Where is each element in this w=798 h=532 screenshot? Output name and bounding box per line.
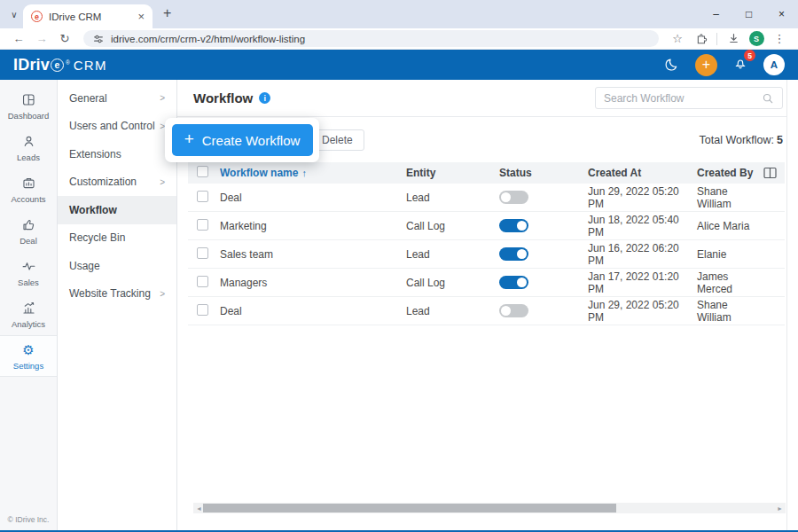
row-checkbox[interactable] <box>197 304 208 316</box>
browser-window: ∨ e IDrive CRM × + – □ × ← → ↻ idrive.co… <box>0 0 798 532</box>
status-cell <box>499 191 588 204</box>
url-text: idrive.com/crm/crm-v2/html/workflow-list… <box>111 34 305 44</box>
status-toggle[interactable] <box>499 304 528 317</box>
scroll-left-arrow-icon[interactable]: ◄ <box>196 505 202 512</box>
sidebar: DashboardLeadsAccountsDealSalesAnalytics… <box>0 80 58 532</box>
table-row: Sales teamLeadJun 16, 2022 06:20 PMElani… <box>188 240 785 269</box>
dark-mode-moon-icon[interactable] <box>664 57 680 73</box>
deal-icon <box>21 217 36 232</box>
column-header-created-at[interactable]: Created At <box>588 167 697 179</box>
minimize-button[interactable]: – <box>700 0 732 28</box>
column-header-entity[interactable]: Entity <box>406 167 499 179</box>
tab-search-chevron-icon[interactable]: ∨ <box>7 7 21 21</box>
sidebar-item-settings[interactable]: ⚙Settings <box>0 335 57 377</box>
column-header-status[interactable]: Status <box>499 167 588 179</box>
row-checkbox[interactable] <box>197 219 208 231</box>
accounts-icon <box>21 176 36 191</box>
created-at-cell: Jun 18, 2022 05:40 PM <box>588 214 697 239</box>
submenu-item-website-tracking[interactable]: Website Tracking> <box>58 280 176 309</box>
tab-strip: ∨ e IDrive CRM × + – □ × <box>0 0 798 28</box>
submenu-item-workflow[interactable]: Workflow <box>58 196 176 224</box>
page-title: Workflow i <box>193 90 270 106</box>
sidebar-item-accounts[interactable]: Accounts <box>0 168 57 210</box>
sidebar-item-sales[interactable]: Sales <box>0 252 57 293</box>
status-toggle[interactable] <box>499 191 528 204</box>
row-checkbox-cell <box>188 276 220 290</box>
create-workflow-popover: + Create Workflow <box>165 118 319 162</box>
browser-menu-kebab-icon[interactable]: ⋮ <box>770 32 789 45</box>
window-controls: – □ × <box>700 0 798 28</box>
column-picker-icon[interactable] <box>755 167 785 179</box>
submenu-item-label: Users and Control <box>69 120 155 132</box>
reload-icon[interactable]: ↻ <box>55 32 74 45</box>
logo-crm-text: CRM <box>74 58 107 73</box>
address-bar[interactable]: idrive.com/crm/crm-v2/html/workflow-list… <box>83 30 659 47</box>
submenu-item-label: Usage <box>69 260 100 272</box>
submenu-item-usage[interactable]: Usage <box>58 252 176 280</box>
dashboard-icon <box>21 92 36 107</box>
search-icon[interactable] <box>762 92 774 105</box>
site-settings-icon[interactable] <box>92 33 105 45</box>
idrive-favicon-icon: e <box>31 11 43 22</box>
browser-profile-avatar[interactable]: S <box>747 31 766 46</box>
row-checkbox[interactable] <box>197 247 208 259</box>
select-all-checkbox[interactable] <box>197 166 208 177</box>
row-checkbox-cell <box>188 304 220 318</box>
idrive-crm-logo[interactable]: IDriv e ® CRM <box>13 56 107 74</box>
entity-cell: Call Log <box>406 277 499 289</box>
submenu-item-label: Website Tracking <box>69 287 151 300</box>
sidebar-item-analytics[interactable]: Analytics <box>0 293 57 335</box>
workflow-search-box <box>595 87 783 109</box>
row-checkbox-cell <box>188 247 220 262</box>
status-toggle[interactable] <box>499 247 528 261</box>
horizontal-scrollbar[interactable]: ◄ ► <box>193 503 786 513</box>
row-checkbox[interactable] <box>197 276 208 287</box>
submenu-item-label: Recycle Bin <box>69 231 125 244</box>
maximize-button[interactable]: □ <box>732 0 765 28</box>
back-icon[interactable]: ← <box>9 32 28 45</box>
tab-close-icon[interactable]: × <box>137 10 145 23</box>
submenu-item-recycle-bin[interactable]: Recycle Bin <box>58 224 176 253</box>
status-cell <box>499 276 588 289</box>
create-workflow-label: Create Workflow <box>202 133 301 148</box>
workflow-search-input[interactable] <box>604 92 756 105</box>
quick-add-button[interactable]: + <box>695 54 717 76</box>
scroll-right-arrow-icon[interactable]: ► <box>777 505 783 512</box>
new-tab-button[interactable]: + <box>163 5 171 21</box>
submenu-item-general[interactable]: General> <box>58 84 176 113</box>
sidebar-item-label: Dashboard <box>8 111 49 121</box>
settings-submenu: General>Users and Control>ExtensionsCust… <box>58 80 177 532</box>
browser-tab[interactable]: e IDrive CRM × <box>23 4 153 28</box>
create-workflow-button[interactable]: + Create Workflow <box>172 124 313 156</box>
entity-cell: Lead <box>406 248 499 261</box>
status-toggle[interactable] <box>499 219 528 232</box>
downloads-icon[interactable] <box>724 32 743 45</box>
sidebar-item-deal[interactable]: Deal <box>0 210 57 252</box>
column-header-workflow-name[interactable]: Workflow name ↑ <box>220 167 406 179</box>
entity-cell: Lead <box>406 305 499 317</box>
created-by-cell: Alice Maria <box>697 220 755 232</box>
page-header: Workflow i <box>177 80 786 117</box>
status-cell <box>499 219 588 232</box>
bookmark-star-icon[interactable]: ☆ <box>668 32 687 45</box>
row-checkbox[interactable] <box>197 191 208 202</box>
submenu-item-users-and-control[interactable]: Users and Control> <box>58 113 176 141</box>
submenu-item-extensions[interactable]: Extensions <box>58 140 176 168</box>
status-cell <box>499 304 588 317</box>
forward-icon[interactable]: → <box>32 32 51 45</box>
sidebar-item-dashboard[interactable]: Dashboard <box>0 85 57 127</box>
header-actions: + 5 A <box>664 54 785 76</box>
sidebar-item-label: Sales <box>18 278 39 287</box>
horizontal-scrollbar-thumb[interactable] <box>203 504 616 512</box>
notifications-bell-icon[interactable]: 5 <box>732 55 748 74</box>
info-icon[interactable]: i <box>259 92 270 104</box>
submenu-item-customization[interactable]: Customization> <box>58 168 176 197</box>
status-toggle[interactable] <box>499 276 528 289</box>
sidebar-item-leads[interactable]: Leads <box>0 127 57 168</box>
column-header-created-by[interactable]: Created By <box>697 167 755 179</box>
app-body: DashboardLeadsAccountsDealSalesAnalytics… <box>0 80 798 532</box>
close-button[interactable]: × <box>765 0 798 28</box>
user-avatar[interactable]: A <box>763 54 785 75</box>
extensions-icon[interactable] <box>691 32 710 45</box>
chevron-right-icon: > <box>160 289 165 299</box>
